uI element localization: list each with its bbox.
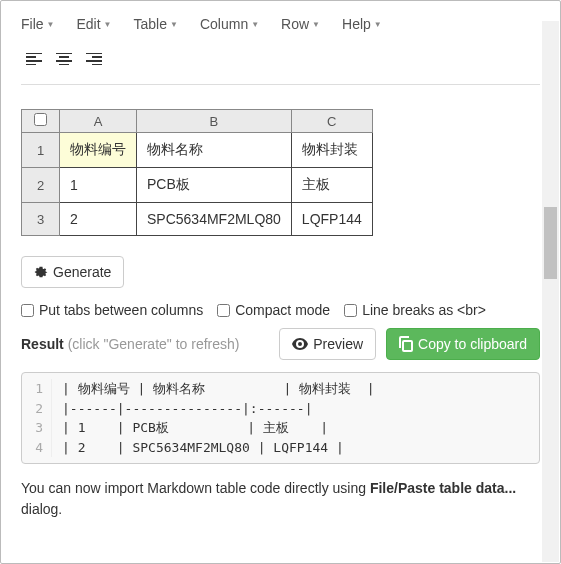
menu-edit[interactable]: Edit▼	[76, 16, 111, 32]
line-number: 4	[22, 438, 52, 458]
caret-icon: ▼	[170, 20, 178, 29]
tabs-checkbox[interactable]	[21, 304, 34, 317]
cell[interactable]: 物料名称	[137, 133, 292, 168]
menu-column[interactable]: Column▼	[200, 16, 259, 32]
menu-help-label: Help	[342, 16, 371, 32]
row-header[interactable]: 3	[22, 203, 60, 236]
preview-button-label: Preview	[313, 336, 363, 352]
align-left-icon	[26, 53, 42, 65]
gear-icon	[34, 265, 48, 279]
caret-icon: ▼	[251, 20, 259, 29]
menu-file-label: File	[21, 16, 44, 32]
menu-column-label: Column	[200, 16, 248, 32]
align-right-button[interactable]	[81, 46, 107, 72]
menu-row-label: Row	[281, 16, 309, 32]
tabs-between-cols-option[interactable]: Put tabs between columns	[21, 302, 203, 318]
compact-mode-option[interactable]: Compact mode	[217, 302, 330, 318]
col-header[interactable]: B	[137, 110, 292, 133]
select-all-checkbox[interactable]	[34, 113, 47, 126]
copy-button-label: Copy to clipboard	[418, 336, 527, 352]
line-number: 3	[22, 418, 52, 438]
options-row: Put tabs between columns Compact mode Li…	[21, 302, 540, 318]
col-header[interactable]: A	[60, 110, 137, 133]
cell[interactable]: SPC5634MF2MLQ80	[137, 203, 292, 236]
code-line: 1| 物料编号 | 物料名称 | 物料封装 |	[22, 379, 539, 399]
footer-bold: File/Paste table data...	[370, 480, 516, 496]
menu-edit-label: Edit	[76, 16, 100, 32]
code-text: | 1 | PCB板 | 主板 |	[52, 418, 328, 438]
align-left-button[interactable]	[21, 46, 47, 72]
generate-button[interactable]: Generate	[21, 256, 124, 288]
code-line: 4| 2 | SPC5634MF2MLQ80 | LQFP144 |	[22, 438, 539, 458]
generate-button-label: Generate	[53, 264, 111, 280]
copy-to-clipboard-button[interactable]: Copy to clipboard	[386, 328, 540, 360]
scrollbar-track	[542, 21, 559, 562]
cell[interactable]: 1	[60, 168, 137, 203]
menubar: File▼ Edit▼ Table▼ Column▼ Row▼ Help▼	[21, 6, 540, 46]
align-right-icon	[86, 53, 102, 65]
menu-table-label: Table	[134, 16, 167, 32]
code-text: | 2 | SPC5634MF2MLQ80 | LQFP144 |	[52, 438, 344, 458]
align-center-button[interactable]	[51, 46, 77, 72]
cell[interactable]: 2	[60, 203, 137, 236]
result-label: Result	[21, 336, 64, 352]
result-hint: (click "Generate" to refresh)	[68, 336, 240, 352]
footer-hint: You can now import Markdown table code d…	[21, 478, 540, 520]
cell[interactable]: LQFP144	[291, 203, 372, 236]
menu-table[interactable]: Table▼	[134, 16, 178, 32]
br-checkbox[interactable]	[344, 304, 357, 317]
menu-row[interactable]: Row▼	[281, 16, 320, 32]
code-text: |------|---------------|:------|	[52, 399, 312, 419]
code-line: 2|------|---------------|:------|	[22, 399, 539, 419]
caret-icon: ▼	[47, 20, 55, 29]
footer-pre: You can now import Markdown table code d…	[21, 480, 370, 496]
caret-icon: ▼	[104, 20, 112, 29]
eye-icon	[292, 338, 308, 350]
spreadsheet[interactable]: A B C 1物料编号物料名称物料封装21PCB板主板32SPC5634MF2M…	[21, 109, 373, 236]
row-header[interactable]: 1	[22, 133, 60, 168]
tabs-label: Put tabs between columns	[39, 302, 203, 318]
row-header[interactable]: 2	[22, 168, 60, 203]
cell[interactable]: 物料编号	[60, 133, 137, 168]
menu-file[interactable]: File▼	[21, 16, 54, 32]
code-text: | 物料编号 | 物料名称 | 物料封装 |	[52, 379, 375, 399]
cell[interactable]: 主板	[291, 168, 372, 203]
clipboard-icon	[399, 336, 413, 352]
line-number: 2	[22, 399, 52, 419]
caret-icon: ▼	[312, 20, 320, 29]
select-all-corner[interactable]	[22, 110, 60, 133]
preview-button[interactable]: Preview	[279, 328, 376, 360]
output-code-block[interactable]: 1| 物料编号 | 物料名称 | 物料封装 |2|------|--------…	[21, 372, 540, 464]
result-row: Result (click "Generate" to refresh) Pre…	[21, 328, 540, 360]
align-center-icon	[56, 53, 72, 65]
cell[interactable]: 物料封装	[291, 133, 372, 168]
compact-label: Compact mode	[235, 302, 330, 318]
line-breaks-br-option[interactable]: Line breaks as <br>	[344, 302, 486, 318]
line-number: 1	[22, 379, 52, 399]
caret-icon: ▼	[374, 20, 382, 29]
align-toolbar	[21, 46, 540, 85]
cell[interactable]: PCB板	[137, 168, 292, 203]
footer-post: dialog.	[21, 501, 62, 517]
code-line: 3| 1 | PCB板 | 主板 |	[22, 418, 539, 438]
scrollbar-thumb[interactable]	[544, 207, 557, 279]
br-label: Line breaks as <br>	[362, 302, 486, 318]
col-header[interactable]: C	[291, 110, 372, 133]
compact-checkbox[interactable]	[217, 304, 230, 317]
menu-help[interactable]: Help▼	[342, 16, 382, 32]
